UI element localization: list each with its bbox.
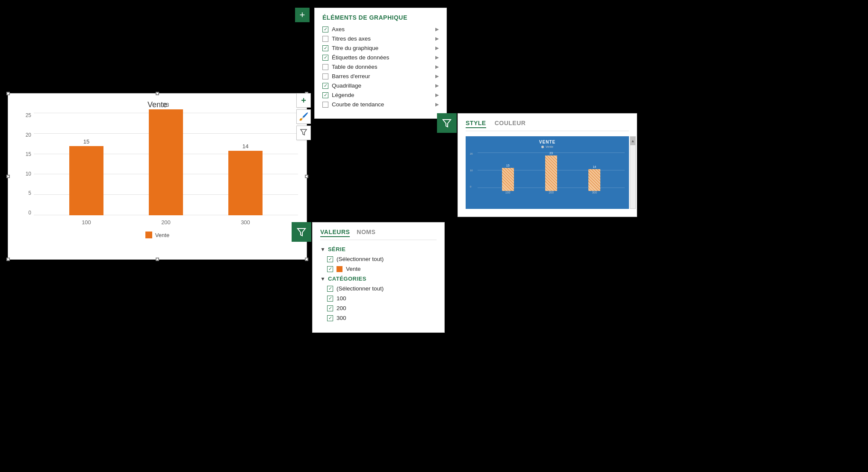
x-labels-row: 100 200 300: [34, 216, 298, 228]
resize-handle-tc[interactable]: [156, 92, 159, 95]
mini-bar-100: [502, 168, 514, 191]
bar-value-200: 23: [163, 102, 169, 108]
resize-handle-bl[interactable]: [6, 258, 10, 261]
elem-label-axes: Axes: [332, 26, 345, 32]
bar-value-100: 15: [83, 138, 89, 145]
mini-bars-area: 15 23 14: [478, 152, 625, 191]
tab-couleur[interactable]: COULEUR: [495, 120, 526, 128]
add-elements-button[interactable]: +: [296, 93, 311, 108]
categories-section-header: ▼ CATÉGORIES: [320, 276, 437, 282]
tab-style[interactable]: STYLE: [466, 120, 486, 128]
resize-handle-br[interactable]: [305, 258, 308, 261]
elem-label-courbe: Courbe de tendance: [332, 101, 384, 108]
mini-legend-text: Vente: [546, 145, 553, 148]
legend-label: Vente: [155, 232, 169, 238]
checkbox-barres-erreur[interactable]: [322, 73, 328, 79]
checkbox-cat-100[interactable]: [327, 296, 333, 302]
mini-legend: Vente: [466, 145, 629, 148]
elem-label-quadrillage: Quadrillage: [332, 82, 361, 89]
y-label-0: 0: [28, 210, 31, 215]
main-chart: Vente 0 5 10 15 20 25 15: [8, 93, 307, 260]
elem-item-legende: Légende ▶: [322, 92, 439, 98]
elem-item-quadrillage: Quadrillage ▶: [322, 82, 439, 89]
mini-x-label-300: 300: [588, 191, 600, 194]
checkbox-cat-300[interactable]: [327, 315, 333, 321]
filter-item-vente: Vente: [327, 266, 437, 272]
resize-handle-tl[interactable]: [6, 92, 10, 95]
checkbox-titre-graphique[interactable]: [322, 45, 328, 51]
x-label-100: 100: [69, 216, 103, 228]
chart-filter-button[interactable]: [296, 126, 311, 140]
bar-group-100: 15: [69, 138, 103, 215]
checkbox-legende[interactable]: [322, 92, 328, 98]
arrow-titres-axes: ▶: [435, 36, 439, 41]
y-label-15: 15: [26, 152, 31, 157]
bars-row: 15 23 14: [34, 113, 298, 215]
arrow-legende: ▶: [435, 92, 439, 98]
resize-handle-bc[interactable]: [156, 258, 159, 261]
mini-legend-dot: [541, 146, 544, 148]
bar-group-300: 14: [228, 143, 263, 215]
checkbox-select-all-cat[interactable]: [327, 286, 333, 292]
legend-color: [145, 232, 152, 238]
checkbox-vente[interactable]: [327, 266, 333, 272]
style-panel-green-icon[interactable]: [437, 113, 457, 133]
mini-bar-300: [588, 169, 600, 191]
tab-valeurs[interactable]: VALEURS: [320, 229, 350, 237]
chart-legend: Vente: [17, 232, 298, 238]
filter-label-vente: Vente: [346, 266, 361, 272]
bar-200: [149, 109, 183, 215]
resize-handle-ml[interactable]: [6, 175, 10, 178]
mini-bar-200: [545, 155, 557, 191]
filter-label-select-all-cat: (Sélectionner tout): [337, 285, 384, 292]
checkbox-select-all-serie[interactable]: [327, 256, 333, 262]
filter-panel-green-icon[interactable]: [292, 222, 311, 242]
filter-item-cat-100: 100: [327, 295, 437, 302]
arrow-barres-erreur: ▶: [435, 73, 439, 79]
elem-label-barres-erreur: Barres d'erreur: [332, 73, 370, 79]
checkbox-etiquettes[interactable]: [322, 55, 328, 61]
mini-bar-group-100: 15: [502, 164, 514, 191]
arrow-courbe: ▶: [435, 102, 439, 107]
elem-label-legende: Légende: [332, 92, 354, 98]
checkbox-axes[interactable]: [322, 26, 328, 32]
brush-icon: 🖌️: [299, 112, 308, 121]
filter-panel: VALEURS NOMS ▼ SÉRIE (Sélectionner tout)…: [312, 222, 445, 333]
mini-x-labels: 100 200 300: [478, 191, 625, 194]
x-label-300: 300: [228, 216, 263, 228]
categories-collapse-arrow[interactable]: ▼: [320, 276, 325, 282]
checkbox-cat-200[interactable]: [327, 305, 333, 311]
style-preview-chart: VENTE Vente 0 10 20: [466, 136, 629, 209]
y-axis: 0 5 10 15 20 25: [17, 113, 33, 215]
arrow-axes: ▶: [435, 26, 439, 32]
style-scrollbar[interactable]: ▲: [630, 136, 636, 209]
checkbox-quadrillage[interactable]: [322, 83, 328, 89]
svg-marker-1: [298, 229, 305, 236]
chart-style-button[interactable]: 🖌️: [296, 109, 311, 124]
filter-item-cat-300: 300: [327, 315, 437, 321]
filter-item-select-all-cat: (Sélectionner tout): [327, 285, 437, 292]
mini-bar-val-300: 14: [593, 165, 596, 168]
resize-handle-mr[interactable]: [305, 175, 308, 178]
style-panel-icon-area: [437, 113, 457, 133]
arrow-table: ▶: [435, 64, 439, 70]
y-label-10: 10: [26, 171, 31, 176]
style-preview-wrapper: ▲ VENTE Vente 0 10 20: [466, 136, 629, 209]
checkbox-titres-axes[interactable]: [322, 36, 328, 42]
bar-100: [69, 146, 103, 215]
serie-collapse-arrow[interactable]: ▼: [320, 246, 325, 252]
elem-item-etiquettes: Étiquettes de données ▶: [322, 54, 439, 61]
vente-color-swatch: [337, 266, 342, 272]
checkbox-table[interactable]: [322, 64, 328, 70]
y-label-25: 25: [26, 113, 31, 118]
categories-section-title: CATÉGORIES: [328, 276, 366, 282]
checkbox-courbe[interactable]: [322, 102, 328, 108]
mini-x-label-200: 200: [545, 191, 557, 194]
scrollbar-up-arrow[interactable]: ▲: [630, 137, 635, 145]
tab-noms[interactable]: NOMS: [357, 229, 375, 237]
elements-panel-green-plus[interactable]: +: [295, 8, 310, 22]
style-panel-filter-icon: [442, 118, 452, 128]
elem-item-barres-erreur: Barres d'erreur ▶: [322, 73, 439, 79]
elem-label-titres-axes: Titres des axes: [332, 35, 371, 42]
filter-label-cat-100: 100: [337, 295, 346, 302]
